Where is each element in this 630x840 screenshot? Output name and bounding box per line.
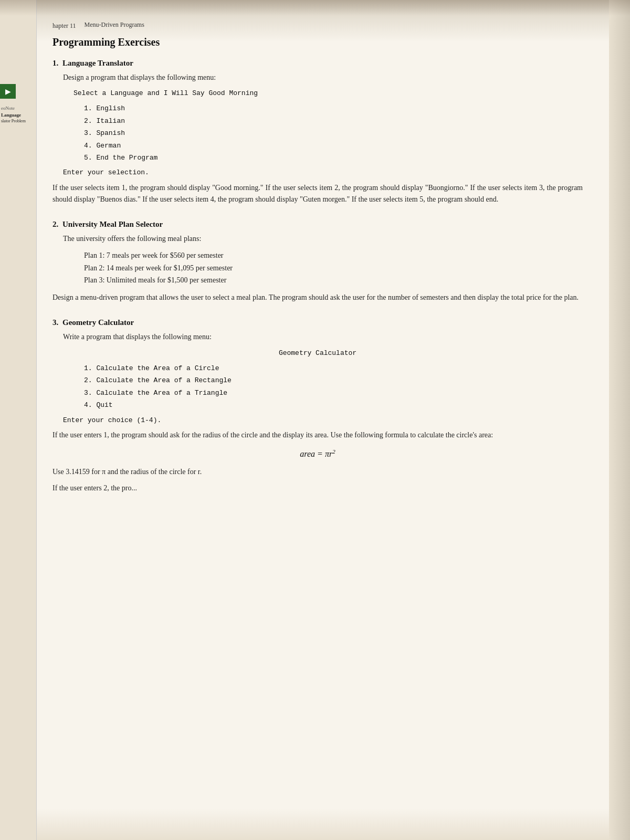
exercise-3-title: 3. Geometry Calculator bbox=[52, 318, 583, 327]
exercise-2: 2. University Meal Plan Selector The uni… bbox=[52, 220, 583, 303]
list-item: 1. Calculate the Area of a Circle bbox=[84, 362, 583, 374]
bottom-fade bbox=[37, 808, 609, 840]
list-item: 3. Spanish bbox=[84, 127, 583, 139]
list-item: 5. End the Program bbox=[84, 152, 583, 164]
right-edge bbox=[609, 0, 630, 840]
formula-block: area = πr2 bbox=[52, 448, 583, 459]
exercise-2-plans: Plan 1: 7 meals per week for $560 per se… bbox=[84, 249, 583, 287]
exercise-3-menu-title: Geometry Calculator bbox=[52, 348, 583, 359]
exercise-3-menu-list: 1. Calculate the Area of a Circle 2. Cal… bbox=[84, 362, 583, 412]
list-item: 4. German bbox=[84, 140, 583, 152]
exercise-1-body: If the user selects item 1, the program … bbox=[52, 182, 583, 206]
chapter-number: hapter 11 bbox=[52, 21, 76, 30]
chapter-topic: Menu-Driven Programs bbox=[85, 21, 144, 29]
exercise-1-prompt: Enter your selection. bbox=[63, 167, 583, 178]
content-inner: hapter 11 Menu-Driven Programs Programmi… bbox=[52, 21, 583, 494]
list-item: Plan 1: 7 meals per week for $560 per se… bbox=[84, 249, 583, 262]
sidebar-arrow: ▶ bbox=[0, 84, 16, 99]
exercise-1-title: 1. Language Translator bbox=[52, 59, 583, 68]
sidebar: ▶ eoNote Language slator Problem bbox=[0, 0, 37, 840]
exercise-3-body-1: If the user enters 1, the program should… bbox=[52, 429, 583, 441]
exercise-3-bottom-1: Use 3.14159 for π and the radius of the … bbox=[52, 466, 583, 478]
chapter-header: hapter 11 Menu-Driven Programs bbox=[52, 21, 583, 30]
exercise-2-title: 2. University Meal Plan Selector bbox=[52, 220, 583, 229]
section-title: Programming Exercises bbox=[52, 36, 583, 48]
exercise-3-description: Write a program that displays the follow… bbox=[63, 331, 583, 343]
exercise-1-description: Design a program that displays the follo… bbox=[63, 72, 583, 83]
list-item: 3. Calculate the Area of a Triangle bbox=[84, 387, 583, 399]
exercise-1-menu-list: 1. English 2. Italian 3. Spanish 4. Germ… bbox=[84, 102, 583, 164]
main-content: hapter 11 Menu-Driven Programs Programmi… bbox=[37, 0, 609, 840]
exercise-2-body: Design a menu-driven program that allows… bbox=[52, 292, 583, 303]
exercise-3-prompt: Enter your choice (1-4). bbox=[63, 415, 583, 426]
list-item: Plan 2: 14 meals per week for $1,095 per… bbox=[84, 262, 583, 275]
formula-sup: 2 bbox=[332, 448, 335, 455]
exercise-3-bottom-2: If the user enters 2, the pro... bbox=[52, 482, 583, 494]
list-item: 1. English bbox=[84, 102, 583, 114]
exercise-3: 3. Geometry Calculator Write a program t… bbox=[52, 318, 583, 494]
page-container: ▶ eoNote Language slator Problem hapter … bbox=[0, 0, 630, 840]
list-item: Plan 3: Unlimited meals for $1,500 per s… bbox=[84, 274, 583, 287]
language-label: Language bbox=[1, 112, 26, 119]
exercise-1-menu-title: Select a Language and I Will Say Good Mo… bbox=[74, 88, 583, 99]
formula-text: area = πr2 bbox=[300, 449, 335, 458]
exercise-2-intro: The university offers the following meal… bbox=[63, 233, 583, 245]
eo-note-label: eoNote bbox=[1, 105, 26, 112]
problem-label: slator Problem bbox=[1, 118, 26, 124]
sidebar-note: eoNote Language slator Problem bbox=[1, 105, 26, 124]
list-item: 4. Quit bbox=[84, 399, 583, 411]
exercise-1: 1. Language Translator Design a program … bbox=[52, 59, 583, 205]
list-item: 2. Italian bbox=[84, 115, 583, 127]
list-item: 2. Calculate the Area of a Rectangle bbox=[84, 374, 583, 386]
